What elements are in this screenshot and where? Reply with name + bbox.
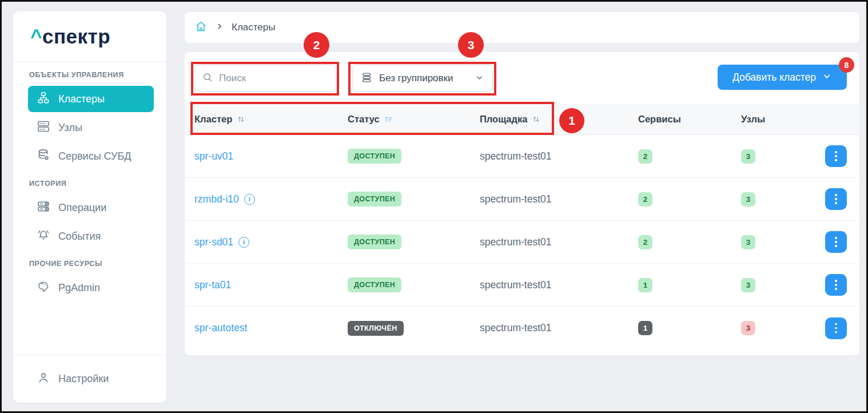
cluster-link[interactable]: spr-autotest [194,322,247,334]
status-badge: ДОСТУПЕН [348,192,401,206]
annotation-callout-1: 1 [559,108,584,133]
services-count-badge: 2 [638,192,652,206]
grouping-value: Без группировки [379,73,468,84]
cluster-link[interactable]: spr-sd01 [194,236,233,248]
status-badge: ДОСТУПЕН [348,235,401,249]
column-header-cluster[interactable]: Кластер [194,114,348,125]
sidebar-nav: ОБЪЕКТЫ УПРАВЛЕНИЯ Кластеры Узлы Сервисы… [13,71,166,301]
sidebar-item-clusters[interactable]: Кластеры [28,86,154,112]
breadcrumb-current: Кластеры [232,22,276,33]
clusters-panel: Без группировки Добавить кластер 8 Класт… [185,52,859,355]
annotation-callout-3: 3 [458,32,484,58]
cluster-link[interactable]: spr-uv01 [194,150,233,162]
services-count-badge: 1 [638,278,652,292]
column-label: Площадка [480,114,527,125]
search-icon [202,72,213,85]
search-input[interactable] [219,73,329,84]
home-icon[interactable] [194,20,208,35]
site-cell: spectrum-test01 [480,322,638,334]
site-cell: spectrum-test01 [480,193,638,205]
status-badge: ДОСТУПЕН [348,277,401,292]
column-label: Сервисы [638,114,681,125]
nodes-count-badge: 3 [741,149,755,164]
pgadmin-icon [37,280,50,296]
sort-icon [237,115,245,124]
events-icon [37,228,50,245]
chevron-down-icon [822,71,832,84]
cluster-table-body: spr-uv01 i ДОСТУПЕН spectrum-test01 2 3 … [185,135,859,350]
sidebar-item-label: Настройки [58,373,109,385]
app-logo: ^спектр [13,11,166,62]
logo-caret-mark: ^ [30,25,42,47]
sidebar-item-pgadmin[interactable]: PgAdmin [28,275,154,301]
breadcrumb: Кластеры [185,12,859,43]
column-label: Кластер [194,114,232,125]
sidebar-item-label: Узлы [58,122,82,134]
sort-icon [532,115,540,124]
sidebar-item-label: Кластеры [58,93,105,105]
sidebar-section-objects: ОБЪЕКТЫ УПРАВЛЕНИЯ [29,71,154,79]
db-services-icon [37,148,50,165]
services-count-badge: 2 [638,235,652,249]
sidebar-item-label: Операции [58,202,106,214]
table-row: spr-sd01 i ДОСТУПЕН spectrum-test01 2 3 [185,221,859,264]
sidebar-item-label: Сервисы СУБД [58,150,131,162]
search-box [194,65,336,92]
row-actions-button[interactable] [825,145,847,167]
breadcrumb-chevron-icon [215,22,224,33]
row-actions-button[interactable] [825,274,847,296]
site-cell: spectrum-test01 [480,279,638,291]
logo-text: спектр [42,25,110,47]
grouping-select[interactable]: Без группировки [352,65,493,92]
sidebar-item-label: PgAdmin [58,282,100,294]
sidebar-item-db-services[interactable]: Сервисы СУБД [28,143,154,169]
table-row: spr-autotest i ОТКЛЮЧЁН spectrum-test01 … [185,307,859,350]
sidebar-section-history: ИСТОРИЯ [29,180,154,188]
sidebar-item-operations[interactable]: Операции [28,194,154,221]
operations-icon [37,200,50,216]
nodes-count-badge: 3 [741,278,755,292]
grouping-icon [361,72,373,86]
table-row: spr-uv01 i ДОСТУПЕН spectrum-test01 2 3 [185,135,859,178]
row-actions-button[interactable] [825,317,847,339]
status-badge: ДОСТУПЕН [348,149,401,164]
row-actions-button[interactable] [825,188,847,210]
site-cell: spectrum-test01 [480,150,638,162]
sidebar: ^спектр ОБЪЕКТЫ УПРАВЛЕНИЯ Кластеры Узлы [13,11,166,403]
add-cluster-button[interactable]: Добавить кластер 8 [718,65,847,90]
sidebar-item-events[interactable]: События [28,223,154,249]
table-row: spr-ta01 i ДОСТУПЕН spectrum-test01 1 3 [185,264,859,307]
row-actions-button[interactable] [825,231,847,253]
nodes-icon [37,120,50,136]
notification-badge: 8 [839,57,854,73]
clusters-icon [37,91,50,108]
cluster-link[interactable]: rzmbd-i10 [194,193,239,205]
nodes-count-badge: 3 [741,192,755,206]
chevron-down-icon [475,73,484,85]
nodes-count-badge: 3 [741,235,755,249]
app-window: ^спектр ОБЪЕКТЫ УПРАВЛЕНИЯ Кластеры Узлы [0,0,868,413]
sidebar-section-other: ПРОЧИЕ РЕСУРСЫ [29,260,154,268]
nodes-count-badge: 3 [741,321,755,335]
column-header-nodes: Узлы [741,114,825,125]
column-label: Статус [348,114,380,125]
table-row: rzmbd-i10 i ДОСТУПЕН spectrum-test01 2 3 [185,178,859,221]
info-icon[interactable]: i [244,194,255,205]
column-header-status[interactable]: Статус [348,114,480,125]
info-icon[interactable]: i [238,237,249,248]
add-cluster-label: Добавить кластер [732,72,816,84]
cluster-link[interactable]: spr-ta01 [194,279,231,291]
column-header-services: Сервисы [638,114,741,125]
sidebar-item-label: События [58,231,101,243]
table-header: Кластер Статус Площадка Сервисы Узлы [185,104,859,135]
sidebar-item-settings[interactable]: Настройки [13,355,166,403]
status-badge: ОТКЛЮЧЁН [348,321,404,336]
site-cell: spectrum-test01 [480,236,638,248]
sidebar-item-nodes[interactable]: Узлы [28,114,154,141]
annotation-callout-2: 2 [304,32,329,58]
services-count-badge: 1 [638,321,652,335]
column-label: Узлы [741,114,765,125]
user-icon [37,371,50,387]
sort-active-icon [384,115,393,124]
services-count-badge: 2 [638,149,652,164]
